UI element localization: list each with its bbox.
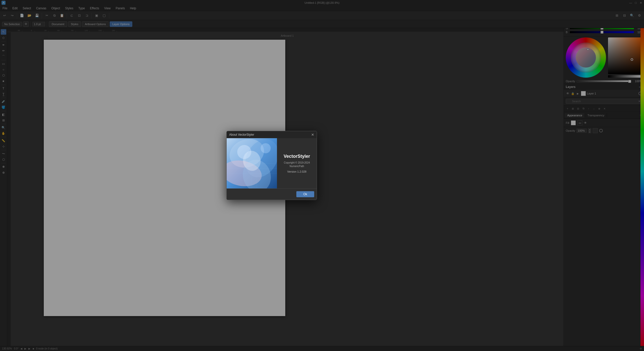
about-dialog: About VectorStyler ✕	[226, 131, 317, 200]
about-copyright: Copyright © 2019-2024 NumericPath	[281, 161, 313, 168]
about-overlay[interactable]: About VectorStyler ✕	[0, 0, 644, 351]
about-close-button[interactable]: ✕	[311, 133, 314, 137]
about-dialog-title: About VectorStyler	[229, 133, 254, 136]
about-dialog-info: VectorStyler Copyright © 2019-2024 Numer…	[277, 138, 317, 188]
about-appname: VectorStyler	[284, 154, 310, 159]
about-dialog-header: About VectorStyler ✕	[227, 131, 317, 138]
about-dialog-content: VectorStyler Copyright © 2019-2024 Numer…	[227, 138, 317, 188]
about-dialog-footer: Ok	[227, 188, 317, 200]
svg-point-33	[261, 143, 271, 153]
about-version: Version 1.2.028	[287, 170, 306, 173]
about-splash-image	[227, 138, 277, 188]
svg-point-32	[237, 145, 251, 159]
about-ok-button[interactable]: Ok	[296, 191, 314, 197]
